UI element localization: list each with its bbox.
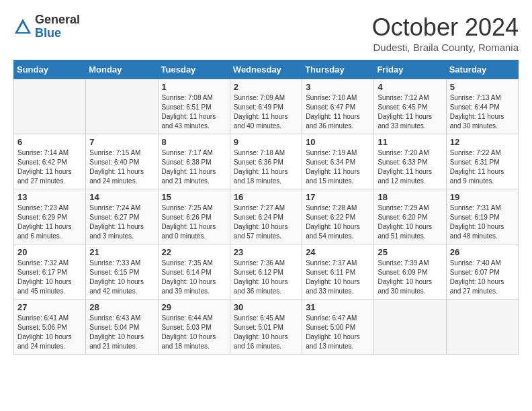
column-header-saturday: Saturday bbox=[446, 60, 518, 79]
calendar-cell: 11Sunrise: 7:20 AMSunset: 6:33 PMDayligh… bbox=[374, 134, 446, 189]
day-detail: Sunrise: 7:22 AMSunset: 6:31 PMDaylight:… bbox=[450, 148, 515, 186]
day-number: 24 bbox=[306, 247, 370, 257]
logo-general: General bbox=[35, 13, 80, 27]
day-number: 26 bbox=[450, 247, 515, 257]
column-header-tuesday: Tuesday bbox=[158, 60, 230, 79]
calendar-cell: 1Sunrise: 7:08 AMSunset: 6:51 PMDaylight… bbox=[158, 79, 230, 134]
day-number: 10 bbox=[306, 137, 370, 147]
calendar-cell: 14Sunrise: 7:24 AMSunset: 6:27 PMDayligh… bbox=[86, 189, 158, 244]
logo: General Blue bbox=[13, 13, 80, 40]
month-title: October 2024 bbox=[372, 13, 519, 42]
calendar-cell: 22Sunrise: 7:35 AMSunset: 6:14 PMDayligh… bbox=[158, 244, 230, 300]
calendar-cell: 29Sunrise: 6:44 AMSunset: 5:03 PMDayligh… bbox=[158, 300, 230, 355]
day-number: 1 bbox=[162, 82, 226, 92]
day-number: 31 bbox=[306, 302, 370, 312]
location-subtitle: Dudesti, Braila County, Romania bbox=[372, 42, 519, 53]
day-number: 20 bbox=[17, 247, 82, 257]
calendar-cell: 2Sunrise: 7:09 AMSunset: 6:49 PMDaylight… bbox=[230, 79, 302, 134]
day-detail: Sunrise: 7:24 AMSunset: 6:27 PMDaylight:… bbox=[89, 203, 154, 241]
calendar-cell: 4Sunrise: 7:12 AMSunset: 6:45 PMDaylight… bbox=[374, 79, 446, 134]
day-detail: Sunrise: 7:37 AMSunset: 6:11 PMDaylight:… bbox=[306, 259, 370, 296]
day-number: 23 bbox=[234, 247, 298, 257]
day-detail: Sunrise: 7:32 AMSunset: 6:17 PMDaylight:… bbox=[17, 259, 82, 296]
day-number: 19 bbox=[450, 192, 515, 202]
calendar-cell: 5Sunrise: 7:13 AMSunset: 6:44 PMDaylight… bbox=[446, 79, 518, 134]
calendar-cell: 25Sunrise: 7:39 AMSunset: 6:09 PMDayligh… bbox=[374, 244, 446, 300]
day-detail: Sunrise: 7:12 AMSunset: 6:45 PMDaylight:… bbox=[378, 93, 442, 131]
calendar-cell bbox=[446, 300, 518, 355]
day-detail: Sunrise: 7:27 AMSunset: 6:24 PMDaylight:… bbox=[234, 203, 298, 241]
calendar-header-row: SundayMondayTuesdayWednesdayThursdayFrid… bbox=[14, 60, 519, 79]
calendar-cell: 8Sunrise: 7:17 AMSunset: 6:38 PMDaylight… bbox=[158, 134, 230, 189]
column-header-friday: Friday bbox=[374, 60, 446, 79]
logo-icon bbox=[13, 17, 32, 36]
day-detail: Sunrise: 7:23 AMSunset: 6:29 PMDaylight:… bbox=[17, 203, 82, 241]
day-detail: Sunrise: 7:18 AMSunset: 6:36 PMDaylight:… bbox=[234, 148, 298, 186]
calendar-cell: 17Sunrise: 7:28 AMSunset: 6:22 PMDayligh… bbox=[302, 189, 374, 244]
calendar-cell: 7Sunrise: 7:15 AMSunset: 6:40 PMDaylight… bbox=[86, 134, 158, 189]
calendar-cell: 6Sunrise: 7:14 AMSunset: 6:42 PMDaylight… bbox=[14, 134, 86, 189]
calendar-table: SundayMondayTuesdayWednesdayThursdayFrid… bbox=[13, 60, 519, 355]
calendar-cell: 27Sunrise: 6:41 AMSunset: 5:06 PMDayligh… bbox=[14, 300, 86, 355]
column-header-monday: Monday bbox=[86, 60, 158, 79]
calendar-week-row: 1Sunrise: 7:08 AMSunset: 6:51 PMDaylight… bbox=[14, 79, 519, 134]
logo-text: General Blue bbox=[35, 13, 80, 40]
calendar-cell: 30Sunrise: 6:45 AMSunset: 5:01 PMDayligh… bbox=[230, 300, 302, 355]
day-number: 14 bbox=[89, 192, 154, 202]
calendar-cell: 23Sunrise: 7:36 AMSunset: 6:12 PMDayligh… bbox=[230, 244, 302, 300]
calendar-cell: 21Sunrise: 7:33 AMSunset: 6:15 PMDayligh… bbox=[86, 244, 158, 300]
day-number: 11 bbox=[378, 137, 442, 147]
day-number: 28 bbox=[89, 302, 154, 312]
calendar-cell: 3Sunrise: 7:10 AMSunset: 6:47 PMDaylight… bbox=[302, 79, 374, 134]
day-number: 3 bbox=[306, 82, 370, 92]
day-detail: Sunrise: 7:40 AMSunset: 6:07 PMDaylight:… bbox=[450, 259, 515, 296]
day-number: 17 bbox=[306, 192, 370, 202]
day-number: 16 bbox=[234, 192, 298, 202]
day-number: 30 bbox=[234, 302, 298, 312]
calendar-cell: 9Sunrise: 7:18 AMSunset: 6:36 PMDaylight… bbox=[230, 134, 302, 189]
day-number: 21 bbox=[89, 247, 154, 257]
day-detail: Sunrise: 7:08 AMSunset: 6:51 PMDaylight:… bbox=[162, 93, 226, 131]
day-detail: Sunrise: 7:31 AMSunset: 6:19 PMDaylight:… bbox=[450, 203, 515, 241]
column-header-sunday: Sunday bbox=[14, 60, 86, 79]
calendar-cell: 26Sunrise: 7:40 AMSunset: 6:07 PMDayligh… bbox=[446, 244, 518, 300]
calendar-week-row: 6Sunrise: 7:14 AMSunset: 6:42 PMDaylight… bbox=[14, 134, 519, 189]
title-block: October 2024 Dudesti, Braila County, Rom… bbox=[372, 13, 519, 53]
day-detail: Sunrise: 7:33 AMSunset: 6:15 PMDaylight:… bbox=[89, 259, 154, 296]
calendar-cell: 20Sunrise: 7:32 AMSunset: 6:17 PMDayligh… bbox=[14, 244, 86, 300]
day-detail: Sunrise: 7:10 AMSunset: 6:47 PMDaylight:… bbox=[306, 93, 370, 131]
calendar-cell: 24Sunrise: 7:37 AMSunset: 6:11 PMDayligh… bbox=[302, 244, 374, 300]
day-detail: Sunrise: 7:19 AMSunset: 6:34 PMDaylight:… bbox=[306, 148, 370, 186]
day-number: 13 bbox=[17, 192, 82, 202]
day-detail: Sunrise: 7:29 AMSunset: 6:20 PMDaylight:… bbox=[378, 203, 442, 241]
calendar-cell: 31Sunrise: 6:47 AMSunset: 5:00 PMDayligh… bbox=[302, 300, 374, 355]
day-detail: Sunrise: 7:39 AMSunset: 6:09 PMDaylight:… bbox=[378, 259, 442, 296]
day-detail: Sunrise: 7:25 AMSunset: 6:26 PMDaylight:… bbox=[162, 203, 226, 241]
calendar-week-row: 13Sunrise: 7:23 AMSunset: 6:29 PMDayligh… bbox=[14, 189, 519, 244]
day-number: 9 bbox=[234, 137, 298, 147]
day-detail: Sunrise: 7:14 AMSunset: 6:42 PMDaylight:… bbox=[17, 148, 82, 186]
calendar-cell bbox=[86, 79, 158, 134]
day-number: 7 bbox=[89, 137, 154, 147]
calendar-cell: 12Sunrise: 7:22 AMSunset: 6:31 PMDayligh… bbox=[446, 134, 518, 189]
calendar-week-row: 27Sunrise: 6:41 AMSunset: 5:06 PMDayligh… bbox=[14, 300, 519, 355]
day-detail: Sunrise: 6:45 AMSunset: 5:01 PMDaylight:… bbox=[234, 314, 298, 351]
calendar-cell: 10Sunrise: 7:19 AMSunset: 6:34 PMDayligh… bbox=[302, 134, 374, 189]
day-detail: Sunrise: 6:44 AMSunset: 5:03 PMDaylight:… bbox=[162, 314, 226, 351]
day-number: 12 bbox=[450, 137, 515, 147]
calendar-cell: 18Sunrise: 7:29 AMSunset: 6:20 PMDayligh… bbox=[374, 189, 446, 244]
calendar-cell bbox=[374, 300, 446, 355]
day-number: 8 bbox=[162, 137, 226, 147]
logo-blue: Blue bbox=[35, 27, 80, 40]
day-detail: Sunrise: 7:13 AMSunset: 6:44 PMDaylight:… bbox=[450, 93, 515, 131]
calendar-cell: 28Sunrise: 6:43 AMSunset: 5:04 PMDayligh… bbox=[86, 300, 158, 355]
day-number: 22 bbox=[162, 247, 226, 257]
day-detail: Sunrise: 7:35 AMSunset: 6:14 PMDaylight:… bbox=[162, 259, 226, 296]
calendar-cell: 16Sunrise: 7:27 AMSunset: 6:24 PMDayligh… bbox=[230, 189, 302, 244]
page-header: General Blue October 2024 Dudesti, Brail… bbox=[13, 13, 519, 53]
calendar-cell: 19Sunrise: 7:31 AMSunset: 6:19 PMDayligh… bbox=[446, 189, 518, 244]
column-header-wednesday: Wednesday bbox=[230, 60, 302, 79]
day-detail: Sunrise: 7:20 AMSunset: 6:33 PMDaylight:… bbox=[378, 148, 442, 186]
day-detail: Sunrise: 7:36 AMSunset: 6:12 PMDaylight:… bbox=[234, 259, 298, 296]
day-number: 18 bbox=[378, 192, 442, 202]
